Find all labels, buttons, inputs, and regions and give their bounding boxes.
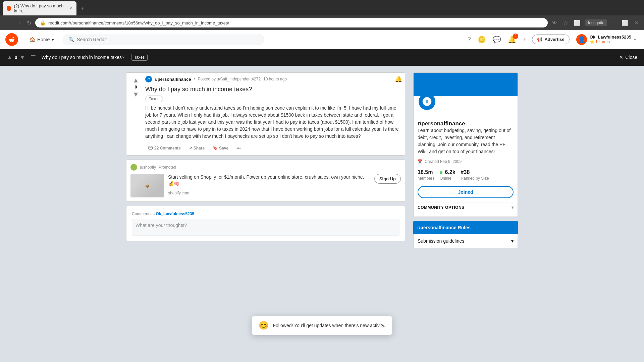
post-notification-button[interactable]: 🔔 — [395, 75, 402, 83]
extension-icon[interactable]: ⬜ — [573, 18, 582, 27]
star-icon[interactable]: ☆ — [562, 18, 569, 27]
share-icon: ↗ — [189, 146, 192, 150]
more-button[interactable]: ••• — [234, 144, 244, 153]
community-stats: 18.5m Members 6.2k Online #38 Ranked by … — [418, 169, 514, 181]
browser-chrome: ← → ↻ 🔒 reddit.com/r/personalfinance/com… — [0, 15, 644, 30]
community-desc: Learn about budgeting, saving, getting o… — [418, 127, 514, 155]
comment-input-box[interactable]: What are your thoughts? — [132, 219, 399, 236]
comment-placeholder: What are your thoughts? — [136, 223, 187, 228]
reload-button[interactable]: ↻ — [25, 18, 33, 27]
reddit-header: 🏠 Home ▾ 🔍 ? 🪙 💬 🔔 2 + 📢 Advertise 👤 Ok_… — [0, 30, 644, 49]
posted-by: Posted by u/Salt_Independent4272 — [198, 77, 261, 81]
ad-signup-button[interactable]: Sign Up — [374, 174, 401, 184]
reddit-logo[interactable] — [5, 33, 21, 46]
ad-cta: Sign Up — [374, 174, 401, 197]
search-bar[interactable]: 🔍 — [63, 34, 264, 45]
tab-close-button[interactable]: ✕ — [69, 6, 72, 11]
post-bar-vote-count: 0 — [15, 55, 17, 60]
save-button[interactable]: 🔖 Save — [210, 144, 231, 153]
shopify-icon — [130, 164, 137, 171]
calendar-icon: 📅 — [418, 159, 423, 164]
minimize-button[interactable]: ─ — [610, 18, 617, 27]
promoted-badge: Promoted — [159, 165, 176, 170]
time-ago: 10 hours ago — [263, 77, 287, 81]
comment-as-label: Comment as Ok_Lawfulness5235 — [132, 212, 399, 216]
upvote-button[interactable]: ▲ — [132, 77, 139, 83]
ad-username[interactable]: u/shopify — [140, 165, 156, 170]
user-menu[interactable]: 👤 Ok_Lawfulness5235 ⭐ 1 karma ▾ — [574, 33, 639, 46]
new-tab-button[interactable]: + — [78, 4, 87, 13]
save-label: Save — [219, 146, 228, 150]
community-card: r/personalfinance Learn about budgeting,… — [413, 72, 518, 217]
back-button[interactable]: ← — [4, 18, 12, 27]
post-separator: • — [194, 77, 195, 81]
help-icon-button[interactable]: ? — [466, 34, 472, 45]
rank-value: #38 — [461, 169, 489, 175]
browser-tab-bar: (2) Why do I pay so much in in... ✕ + — [0, 0, 644, 15]
post-bar-downvote-button[interactable]: ▼ — [19, 54, 25, 61]
post-meta: r/ r/personalfinance • Posted by u/Salt_… — [145, 75, 402, 83]
user-chevron-icon: ▾ — [634, 37, 636, 42]
user-avatar: 👤 — [576, 34, 587, 45]
user-karma: ⭐ 1 karma — [590, 40, 631, 44]
subreddit-name[interactable]: r/personalfinance — [155, 77, 191, 82]
ad-text: Start selling on Shopify for $1/month. P… — [168, 174, 370, 197]
comment-as-text: Comment as — [132, 212, 155, 216]
post-actions: 💬 22 Comments ↗ Share 🔖 Save ••• — [145, 144, 402, 153]
maximize-button[interactable]: ⬜ — [620, 18, 630, 27]
comment-username-link[interactable]: Ok_Lawfulness5235 — [156, 212, 194, 216]
tab-title: (2) Why do I pay so much in in... — [14, 3, 66, 13]
members-value: 18.5m — [418, 169, 434, 175]
add-post-button[interactable]: + — [522, 34, 528, 45]
chat-icon-button[interactable]: 💬 — [491, 34, 502, 45]
post-bar-close-button[interactable]: ✕ Close — [619, 55, 637, 60]
submission-chevron-icon: ▾ — [511, 238, 514, 244]
members-label: Members — [418, 176, 434, 181]
ad-content: 📦 Start selling on Shopify for $1/month.… — [130, 174, 401, 197]
post-body: r/ r/personalfinance • Posted by u/Salt_… — [145, 75, 402, 153]
online-count: 6.2k — [445, 169, 455, 175]
rules-title: r/personalfinance Rules — [417, 225, 471, 230]
advertise-label: Advertise — [544, 37, 564, 42]
comment-section: Comment as Ok_Lawfulness5235 What are yo… — [126, 206, 405, 241]
header-right: ? 🪙 💬 🔔 2 + 📢 Advertise 👤 Ok_Lawfulness5… — [466, 33, 639, 46]
post-view-bar: ▲ 0 ▼ ☰ Why do I pay so much in income t… — [0, 49, 644, 66]
megaphone-icon: 📢 — [537, 37, 542, 42]
forward-button[interactable]: → — [15, 18, 23, 27]
downvote-button[interactable]: ▼ — [132, 91, 139, 98]
share-button[interactable]: ↗ Share — [186, 144, 207, 153]
ad-body-text: Start selling on Shopify for $1/month. P… — [168, 174, 370, 187]
home-icon: 🏠 — [30, 37, 35, 42]
post-bar-list-icon-button[interactable]: ☰ — [29, 52, 37, 62]
online-stat: 6.2k Online — [440, 169, 455, 181]
home-label: Home — [37, 37, 50, 42]
user-name: Ok_Lawfulness5235 — [590, 35, 631, 40]
rank-label: Ranked by Size — [461, 176, 489, 181]
coins-icon-button[interactable]: 🪙 — [476, 34, 487, 45]
search-input[interactable] — [77, 37, 258, 42]
joined-button[interactable]: Joined — [418, 186, 514, 198]
sidebar: r/personalfinance Learn about budgeting,… — [413, 72, 518, 248]
post-card: ▲ 0 ▼ r/ r/personalfinance • Posted by u… — [126, 72, 405, 156]
notification-badge: 2 — [513, 34, 518, 39]
advertise-button[interactable]: 📢 Advertise — [532, 35, 569, 44]
post-bar-upvote-button[interactable]: ▲ — [7, 54, 13, 61]
members-stat: 18.5m Members — [418, 169, 434, 181]
home-button[interactable]: 🏠 Home ▾ — [26, 35, 57, 44]
address-bar[interactable]: 🔒 reddit.com/r/personalfinance/comments/… — [35, 18, 548, 27]
karma-icon: ⭐ — [590, 40, 595, 44]
tab-favicon — [7, 6, 11, 11]
eye-off-icon[interactable]: 👁 — [550, 18, 558, 27]
share-label: Share — [194, 146, 205, 150]
browser-actions: 👁 ☆ ⬜ Incognito ─ ⬜ ✕ — [550, 18, 640, 27]
submission-guidelines-item[interactable]: Submission guidelines ▾ — [413, 234, 518, 248]
post-flair[interactable]: Taxes — [145, 96, 163, 102]
community-info: r/personalfinance Learn about budgeting,… — [414, 96, 518, 217]
post-bar-tag: Taxes — [131, 54, 148, 61]
close-window-button[interactable]: ✕ — [633, 18, 640, 27]
rules-card: r/personalfinance Rules Submission guide… — [413, 221, 518, 248]
active-tab[interactable]: (2) Why do I pay so much in in... ✕ — [3, 1, 76, 15]
notifications-button[interactable]: 🔔 2 — [506, 34, 518, 45]
community-options-toggle[interactable]: COMMUNITY OPTIONS ▾ — [418, 202, 514, 213]
comments-button[interactable]: 💬 22 Comments — [145, 144, 183, 153]
